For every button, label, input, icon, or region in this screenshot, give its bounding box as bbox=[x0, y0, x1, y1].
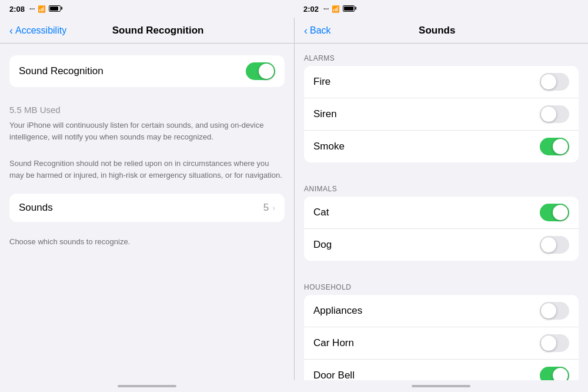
left-nav-title: Sound Recognition bbox=[66, 25, 249, 36]
sounds-row[interactable]: Sounds 5 › bbox=[9, 194, 285, 222]
left-nav-bar: ‹ Accessibility Sound Recognition bbox=[0, 18, 294, 44]
cat-slider bbox=[540, 204, 569, 221]
home-bar-right bbox=[412, 385, 470, 387]
status-icons-right: ··· 📶 bbox=[323, 5, 355, 14]
dog-label: Dog bbox=[313, 239, 540, 251]
siren-row: Siren bbox=[304, 98, 579, 131]
sound-recognition-card: Sound Recognition bbox=[9, 55, 285, 87]
sounds-count: 5 bbox=[263, 202, 269, 214]
sounds-chevron-icon: › bbox=[272, 203, 275, 212]
signal-dots-right: ··· bbox=[323, 5, 329, 12]
back-label-left: Accessibility bbox=[15, 25, 66, 36]
sound-recognition-label: Sound Recognition bbox=[19, 65, 246, 77]
storage-text: 5.5 MB Used bbox=[0, 99, 294, 117]
right-nav-title: Sounds bbox=[331, 25, 543, 36]
time-left: 2:08 bbox=[9, 5, 25, 14]
door-bell-row: Door Bell bbox=[304, 360, 579, 380]
right-panel: ‹ Back Sounds Alarms Fire Siren bbox=[294, 18, 588, 380]
sounds-card: Sounds 5 › bbox=[9, 194, 285, 222]
home-indicators bbox=[0, 380, 588, 392]
sound-recognition-row: Sound Recognition bbox=[9, 55, 285, 87]
chevron-left-icon: ‹ bbox=[9, 25, 13, 36]
dog-toggle[interactable] bbox=[540, 236, 569, 254]
sounds-label: Sounds bbox=[19, 202, 263, 214]
status-icons-left: ··· 📶 bbox=[29, 5, 61, 14]
car-horn-label: Car Horn bbox=[313, 337, 540, 349]
wifi-icon-right: 📶 bbox=[332, 5, 340, 13]
spacer2 bbox=[0, 188, 294, 194]
back-button-right[interactable]: ‹ Back bbox=[304, 25, 331, 36]
household-card: Appliances Car Horn Door Bell bbox=[304, 295, 579, 380]
cat-label: Cat bbox=[313, 207, 540, 218]
signal-dots-left: ··· bbox=[29, 5, 35, 12]
status-left: 2:08 ··· 📶 bbox=[0, 0, 294, 18]
smoke-row: Smoke bbox=[304, 131, 579, 162]
right-nav-bar: ‹ Back Sounds bbox=[295, 18, 588, 44]
section-alarms-label: Alarms bbox=[295, 44, 588, 66]
section-animals-label: Animals bbox=[295, 174, 588, 197]
panels: ‹ Accessibility Sound Recognition Sound … bbox=[0, 18, 588, 380]
back-label-right: Back bbox=[310, 25, 331, 36]
car-horn-slider bbox=[540, 334, 569, 352]
dog-slider bbox=[540, 236, 569, 254]
wifi-icon-left: 📶 bbox=[38, 5, 46, 13]
sound-recognition-toggle[interactable] bbox=[246, 62, 275, 80]
animals-card: Cat Dog bbox=[304, 197, 579, 261]
choose-text: Choose which sounds to recognize. bbox=[0, 234, 294, 252]
left-content: Sound Recognition 5.5 MB Used Your iPhon… bbox=[0, 44, 294, 380]
appliances-label: Appliances bbox=[313, 305, 540, 317]
right-content: Alarms Fire Siren Smok bbox=[295, 44, 588, 380]
description2: Sound Recognition should not be relied u… bbox=[9, 155, 285, 183]
back-button-left[interactable]: ‹ Accessibility bbox=[9, 25, 66, 36]
cat-toggle[interactable] bbox=[540, 204, 569, 221]
fire-row: Fire bbox=[304, 66, 579, 98]
description-card: Your iPhone will continuously listen for… bbox=[9, 117, 285, 183]
car-horn-row: Car Horn bbox=[304, 327, 579, 360]
home-bar-left bbox=[118, 385, 176, 387]
fire-slider bbox=[540, 73, 569, 91]
battery-right bbox=[343, 5, 355, 14]
toggle-slider-main bbox=[246, 62, 275, 80]
fire-label: Fire bbox=[313, 76, 540, 88]
fire-toggle[interactable] bbox=[540, 73, 569, 91]
appliances-toggle[interactable] bbox=[540, 302, 569, 320]
status-bar: 2:08 ··· 📶 2:02 ··· 📶 bbox=[0, 0, 588, 18]
cat-row: Cat bbox=[304, 197, 579, 229]
door-bell-toggle[interactable] bbox=[540, 367, 569, 380]
section-household-label: Household bbox=[295, 273, 588, 295]
top-spacer bbox=[0, 44, 294, 55]
door-bell-label: Door Bell bbox=[313, 370, 540, 380]
siren-toggle[interactable] bbox=[540, 105, 569, 123]
smoke-label: Smoke bbox=[313, 141, 540, 152]
siren-label: Siren bbox=[313, 108, 540, 120]
time-right: 2:02 bbox=[303, 5, 319, 14]
home-indicator-right bbox=[294, 380, 588, 392]
battery-left bbox=[49, 5, 61, 14]
appliances-slider bbox=[540, 302, 569, 320]
appliances-row: Appliances bbox=[304, 295, 579, 327]
alarms-card: Fire Siren Smoke bbox=[304, 66, 579, 162]
home-indicator-left bbox=[0, 380, 294, 392]
dog-row: Dog bbox=[304, 229, 579, 261]
siren-slider bbox=[540, 105, 569, 123]
left-panel: ‹ Accessibility Sound Recognition Sound … bbox=[0, 18, 294, 380]
description1: Your iPhone will continuously listen for… bbox=[9, 117, 285, 145]
smoke-toggle[interactable] bbox=[540, 138, 569, 155]
chevron-left-icon-right: ‹ bbox=[304, 25, 308, 36]
door-bell-slider bbox=[540, 367, 569, 380]
status-right: 2:02 ··· 📶 bbox=[294, 0, 588, 18]
car-horn-toggle[interactable] bbox=[540, 334, 569, 352]
smoke-slider bbox=[540, 138, 569, 155]
